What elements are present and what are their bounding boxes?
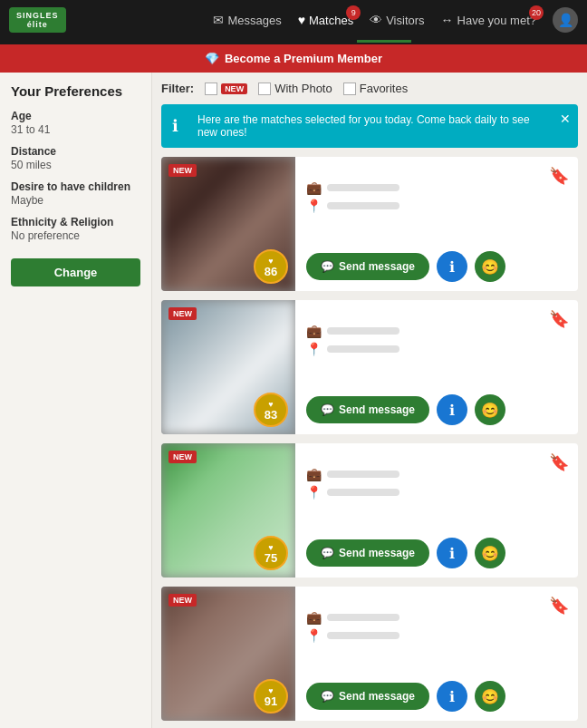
smile-btn-1[interactable]: 😊	[475, 251, 505, 282]
card-score-4: ♥ 91	[254, 679, 288, 713]
detail-text-loc-3	[327, 489, 399, 496]
sidebar-title: Your Preferences	[11, 83, 140, 99]
chat-icon-3: 💬	[321, 547, 334, 559]
score-num-1: 86	[265, 266, 277, 277]
detail-text-1	[327, 184, 399, 191]
smile-btn-2[interactable]: 😊	[475, 394, 505, 425]
card-new-badge-2: NEW	[168, 307, 197, 320]
content-area: Filter: NEW With Photo Favorites ℹ Here …	[152, 73, 587, 728]
score-num-3: 75	[265, 552, 277, 564]
pin-icon-4: 📍	[306, 628, 322, 643]
haveyoumet-label: Have you met?	[457, 14, 536, 27]
haveyoumet-icon: ↔	[441, 13, 454, 27]
detail-text-loc-2	[327, 345, 399, 353]
heart-icon-3: ♥	[268, 543, 273, 552]
info-btn-3[interactable]: ℹ	[437, 538, 467, 568]
chat-icon-4: 💬	[321, 690, 334, 703]
pref-distance-value: 50 miles	[11, 159, 140, 171]
close-icon[interactable]: ✕	[560, 112, 571, 126]
card-body-3: 🔖 💼 📍 💬 Send message	[295, 443, 578, 578]
info-btn-1[interactable]: ℹ	[437, 251, 467, 282]
match-card-2: NEW ♥ 83 🔖 💼 📍	[161, 300, 578, 434]
haveyoumet-badge: 20	[529, 5, 544, 20]
visitors-label: Visitors	[386, 14, 424, 27]
premium-icon: 💎	[205, 52, 219, 65]
briefcase-icon-2: 💼	[306, 324, 322, 338]
pref-ethnicity-label: Ethnicity & Religion	[11, 216, 140, 228]
pref-distance-label: Distance	[11, 145, 140, 158]
bookmark-icon-3[interactable]: 🔖	[549, 452, 569, 472]
nav-messages[interactable]: ✉ Messages	[213, 13, 281, 27]
nav-items: ✉ Messages ♥ Matches 9 👁 Visitors ↔ Have…	[213, 7, 578, 33]
card-detail-job-3: 💼	[306, 467, 567, 481]
filter-fav-checkbox	[343, 83, 356, 95]
main-layout: Your Preferences Age 31 to 41 Distance 5…	[0, 73, 587, 728]
header: SINGLES élite ✉ Messages ♥ Matches 9 👁 V…	[0, 0, 587, 40]
filter-new-checkbox	[205, 83, 217, 95]
card-detail-loc-1: 📍	[306, 199, 567, 213]
pin-icon-3: 📍	[306, 485, 322, 500]
logo-sub: SINGLES	[16, 11, 59, 20]
matches-icon: ♥	[298, 13, 305, 27]
bookmark-icon-2[interactable]: 🔖	[549, 309, 569, 329]
heart-icon-1: ♥	[268, 257, 273, 266]
detail-text-2	[327, 327, 399, 335]
send-message-btn-2[interactable]: 💬 Send message	[306, 396, 429, 423]
matches-badge: 9	[346, 5, 361, 20]
info-btn-2[interactable]: ℹ	[437, 394, 467, 425]
avatar[interactable]: 👤	[553, 7, 578, 33]
filter-favorites[interactable]: Favorites	[343, 82, 408, 95]
heart-icon-4: ♥	[268, 686, 273, 695]
heart-icon-2: ♥	[268, 400, 273, 409]
smile-btn-3[interactable]: 😊	[475, 538, 505, 568]
filter-new[interactable]: NEW	[205, 83, 247, 95]
smile-btn-4[interactable]: 😊	[475, 681, 505, 712]
pref-children-label: Desire to have children	[11, 180, 140, 193]
premium-banner[interactable]: 💎 Become a Premium Member	[0, 44, 587, 73]
card-score-3: ♥ 75	[254, 536, 288, 570]
send-message-btn-4[interactable]: 💬 Send message	[306, 683, 429, 710]
briefcase-icon-1: 💼	[306, 180, 322, 195]
filter-bar: Filter: NEW With Photo Favorites	[161, 82, 578, 95]
send-message-btn-1[interactable]: 💬 Send message	[306, 253, 429, 280]
card-info-2: 💼 📍	[306, 324, 567, 360]
send-message-btn-3[interactable]: 💬 Send message	[306, 539, 429, 567]
chat-icon-2: 💬	[321, 403, 334, 416]
card-info-3: 💼 📍	[306, 467, 567, 503]
pref-age-value: 31 to 41	[11, 123, 140, 136]
pref-children-value: Maybe	[11, 194, 140, 207]
info-btn-4[interactable]: ℹ	[437, 681, 467, 712]
card-detail-job-4: 💼	[306, 610, 567, 625]
nav-visitors[interactable]: 👁 Visitors	[370, 13, 424, 27]
card-image-4: NEW ♥ 91	[161, 587, 295, 721]
messages-icon: ✉	[213, 13, 224, 27]
filter-with-photo[interactable]: With Photo	[258, 82, 332, 95]
change-button[interactable]: Change	[11, 258, 140, 286]
bookmark-icon-4[interactable]: 🔖	[549, 596, 569, 616]
new-badge: NEW	[221, 83, 247, 94]
nav-matches[interactable]: ♥ Matches 9	[298, 13, 353, 27]
card-detail-job-2: 💼	[306, 324, 567, 338]
detail-text-loc-1	[327, 202, 399, 209]
filter-label: Filter:	[161, 82, 194, 95]
detail-text-3	[327, 471, 399, 478]
card-actions-2: 💬 Send message ℹ 😊	[306, 394, 567, 425]
filter-photo-label: With Photo	[274, 82, 332, 95]
info-icon: ℹ	[172, 116, 190, 136]
card-score-1: ♥ 86	[254, 249, 288, 284]
messages-label: Messages	[227, 14, 281, 27]
detail-text-loc-4	[327, 632, 399, 639]
logo[interactable]: SINGLES élite	[9, 7, 66, 33]
pref-ethnicity-value: No preference	[11, 229, 140, 242]
nav-haveyoumet[interactable]: ↔ Have you met? 20	[441, 13, 536, 27]
pin-icon-2: 📍	[306, 342, 322, 356]
card-score-2: ♥ 83	[254, 393, 288, 427]
card-image-1: NEW ♥ 86	[161, 157, 295, 291]
score-num-2: 83	[265, 409, 277, 421]
card-actions-1: 💬 Send message ℹ 😊	[306, 251, 567, 282]
card-info-1: 💼 📍	[306, 180, 567, 217]
bookmark-icon-1[interactable]: 🔖	[549, 166, 569, 186]
card-info-4: 💼 📍	[306, 610, 567, 646]
card-detail-loc-2: 📍	[306, 342, 567, 356]
briefcase-icon-3: 💼	[306, 467, 322, 481]
